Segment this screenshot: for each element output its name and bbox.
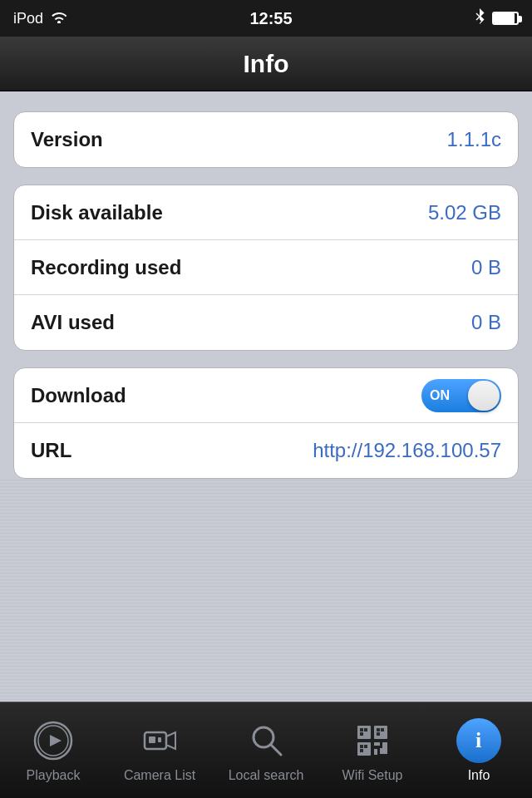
svg-rect-17 xyxy=(381,728,384,732)
svg-rect-16 xyxy=(377,728,380,732)
svg-rect-24 xyxy=(382,742,387,748)
recording-used-label: Recording used xyxy=(31,256,181,279)
svg-rect-10 xyxy=(357,726,371,739)
tab-wifi-setup[interactable]: Wifi Setup xyxy=(327,718,418,783)
tab-camera-list-label: Camera List xyxy=(124,768,195,783)
version-section: Version 1.1.1c xyxy=(13,111,519,168)
toggle-on-label: ON xyxy=(430,388,450,403)
svg-rect-11 xyxy=(374,726,387,739)
disk-available-value: 5.02 GB xyxy=(428,201,501,224)
disk-available-label: Disk available xyxy=(31,201,163,224)
disk-available-row: Disk available 5.02 GB xyxy=(14,185,518,240)
playback-icon xyxy=(31,718,76,763)
tab-bar: Playback Camera List Local search xyxy=(0,702,532,798)
svg-point-3 xyxy=(51,738,56,743)
content-area: Version 1.1.1c Disk available 5.02 GB Re… xyxy=(0,91,532,479)
svg-rect-23 xyxy=(374,749,377,755)
svg-rect-18 xyxy=(377,732,380,736)
wifi-icon xyxy=(50,10,68,27)
svg-rect-20 xyxy=(364,745,367,748)
tab-playback-label: Playback xyxy=(27,768,81,783)
storage-section: Disk available 5.02 GB Recording used 0 … xyxy=(13,185,519,351)
svg-rect-21 xyxy=(360,749,363,752)
version-row: Version 1.1.1c xyxy=(14,112,518,167)
status-left: iPod xyxy=(13,10,68,27)
svg-rect-19 xyxy=(360,745,363,748)
recording-used-row: Recording used 0 B xyxy=(14,240,518,295)
info-icon: i xyxy=(456,718,501,763)
version-label: Version xyxy=(31,128,103,151)
download-toggle[interactable]: ON xyxy=(421,379,501,412)
svg-rect-6 xyxy=(149,736,155,743)
svg-rect-22 xyxy=(374,742,380,746)
avi-used-label: AVI used xyxy=(31,311,115,334)
device-label: iPod xyxy=(13,10,43,27)
camera-list-icon xyxy=(137,718,182,763)
tab-local-search-label: Local search xyxy=(229,768,304,783)
status-bar: iPod 12:55 xyxy=(0,0,532,37)
url-row: URL http://192.168.100.57 xyxy=(14,423,518,478)
status-right xyxy=(474,8,519,29)
avi-used-row: AVI used 0 B xyxy=(14,295,518,350)
toggle-knob xyxy=(468,381,500,411)
svg-rect-25 xyxy=(380,748,387,754)
svg-line-9 xyxy=(271,745,281,755)
wifi-setup-icon xyxy=(350,718,395,763)
svg-rect-12 xyxy=(357,742,371,756)
download-label: Download xyxy=(31,384,126,407)
version-value: 1.1.1c xyxy=(447,128,501,151)
tab-camera-list[interactable]: Camera List xyxy=(114,718,205,783)
svg-text:i: i xyxy=(475,728,481,752)
url-label: URL xyxy=(31,439,71,462)
local-search-icon xyxy=(244,718,288,763)
svg-rect-15 xyxy=(360,732,363,736)
tab-wifi-setup-label: Wifi Setup xyxy=(342,768,403,783)
svg-marker-5 xyxy=(166,732,175,749)
tab-info-label: Info xyxy=(468,768,490,783)
svg-rect-14 xyxy=(364,728,367,732)
status-time: 12:55 xyxy=(249,9,292,28)
svg-rect-7 xyxy=(158,737,161,742)
url-value[interactable]: http://192.168.100.57 xyxy=(313,439,501,462)
avi-used-value: 0 B xyxy=(471,311,501,334)
bluetooth-icon xyxy=(474,8,485,29)
nav-title: Info xyxy=(244,50,289,78)
download-row: Download ON xyxy=(14,368,518,423)
download-section: Download ON URL http://192.168.100.57 xyxy=(13,367,519,479)
nav-bar: Info xyxy=(0,37,532,91)
battery-icon xyxy=(492,12,519,25)
tab-playback[interactable]: Playback xyxy=(7,718,99,783)
tab-local-search[interactable]: Local search xyxy=(220,718,312,783)
svg-rect-13 xyxy=(360,728,363,732)
tab-info[interactable]: i Info xyxy=(433,718,525,783)
recording-used-value: 0 B xyxy=(471,256,501,279)
